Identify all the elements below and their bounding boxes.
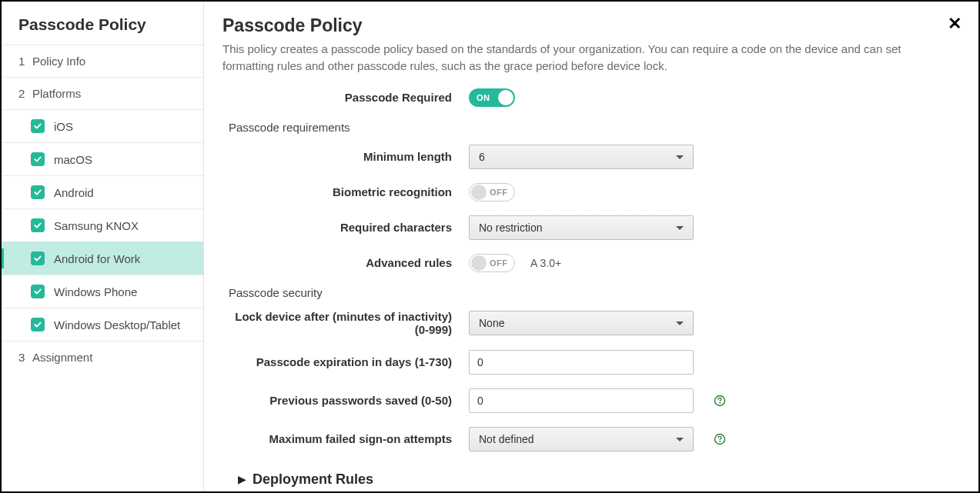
row-advanced: Advanced rules OFF A 3.0+: [222, 254, 960, 272]
toggle-passcode-required[interactable]: ON: [469, 88, 515, 107]
form: Passcode Required ON Passcode requiremen…: [222, 88, 960, 451]
select-value: No restriction: [479, 222, 542, 234]
platform-samsung-knox[interactable]: Samsung KNOX: [2, 208, 203, 242]
toggle-knob: [471, 255, 487, 271]
row-expiration: Passcode expiration in days (1-730): [222, 350, 960, 375]
platform-android-for-work[interactable]: Android for Work: [2, 242, 203, 275]
platform-label: Windows Phone: [54, 285, 137, 298]
step-number: 1: [18, 55, 32, 68]
check-icon: [31, 318, 45, 331]
svg-point-1: [719, 402, 721, 404]
label-required-chars: Required characters: [222, 221, 469, 234]
row-required-chars: Required characters No restriction: [222, 215, 960, 240]
label-advanced: Advanced rules: [222, 256, 469, 269]
step-policy-info[interactable]: 1 Policy Info: [2, 45, 203, 77]
label-min-length: Minimum length: [222, 150, 469, 163]
step-label: Platforms: [32, 87, 81, 100]
step-platforms[interactable]: 2 Platforms: [2, 77, 203, 109]
sidebar-title: Passcode Policy: [2, 2, 203, 45]
select-value: 6: [479, 151, 485, 163]
close-button[interactable]: ✕: [948, 14, 962, 34]
row-biometric: Biometric recognition OFF: [222, 183, 960, 202]
label-previous-saved: Previous passwords saved (0-50): [222, 394, 469, 407]
toggle-knob: [498, 90, 513, 105]
toggle-advanced[interactable]: OFF: [469, 254, 515, 272]
check-icon: [31, 185, 45, 199]
step-number: 3: [18, 351, 32, 364]
platform-ios[interactable]: iOS: [2, 109, 203, 142]
platform-macos[interactable]: macOS: [2, 142, 203, 175]
platform-label: Android: [54, 186, 94, 199]
sidebar: Passcode Policy 1 Policy Info 2 Platform…: [2, 2, 204, 491]
row-previous-saved: Previous passwords saved (0-50): [222, 388, 960, 413]
label-lock-after: Lock device after (minutes of inactivity…: [222, 310, 469, 336]
toggle-biometric[interactable]: OFF: [469, 183, 515, 202]
platform-label: Samsung KNOX: [54, 219, 139, 232]
check-icon: [31, 285, 45, 298]
help-icon[interactable]: [714, 433, 726, 445]
platform-label: iOS: [54, 120, 73, 133]
platform-windows-desktop-tablet[interactable]: Windows Desktop/Tablet: [2, 308, 203, 341]
hint-advanced: A 3.0+: [530, 257, 561, 269]
select-value: Not defined: [479, 433, 534, 445]
check-icon: [31, 152, 45, 166]
toggle-state-label: ON: [477, 93, 490, 102]
label-expiration: Passcode expiration in days (1-730): [222, 355, 469, 368]
input-previous-saved[interactable]: [469, 388, 694, 413]
step-label: Policy Info: [32, 55, 85, 68]
row-passcode-required: Passcode Required ON: [222, 88, 960, 107]
policy-editor: Passcode Policy 1 Policy Info 2 Platform…: [0, 0, 980, 493]
step-number: 2: [18, 87, 32, 100]
step-assignment[interactable]: 3 Assignment: [2, 341, 203, 373]
row-lock-after: Lock device after (minutes of inactivity…: [222, 310, 960, 336]
platform-label: macOS: [54, 153, 92, 166]
platform-label: Android for Work: [54, 252, 140, 265]
select-value: None: [479, 317, 504, 329]
select-max-failed[interactable]: Not defined: [469, 427, 694, 451]
section-passcode-security: Passcode security: [229, 286, 960, 299]
main-panel: ✕ Passcode Policy This policy creates a …: [204, 2, 978, 491]
select-required-chars[interactable]: No restriction: [469, 215, 694, 240]
deployment-rules-title: Deployment Rules: [253, 471, 373, 488]
toggle-state-label: OFF: [490, 258, 508, 268]
label-max-failed: Maximum failed sign-on attempts: [222, 432, 469, 445]
label-passcode-required: Passcode Required: [222, 91, 469, 104]
caret-right-icon: ▶: [238, 473, 246, 485]
deployment-rules-header[interactable]: ▶ Deployment Rules: [222, 471, 960, 488]
label-biometric: Biometric recognition: [222, 185, 469, 198]
check-icon: [31, 251, 45, 265]
check-icon: [31, 218, 45, 232]
platform-label: Windows Desktop/Tablet: [54, 318, 180, 331]
check-icon: [31, 119, 45, 133]
platform-android[interactable]: Android: [2, 175, 203, 208]
svg-point-3: [719, 441, 721, 442]
step-label: Assignment: [32, 351, 92, 364]
select-lock-after[interactable]: None: [469, 311, 694, 335]
section-passcode-requirements: Passcode requirements: [229, 121, 960, 134]
platform-windows-phone[interactable]: Windows Phone: [2, 275, 203, 308]
input-expiration[interactable]: [469, 350, 694, 375]
toggle-state-label: OFF: [490, 188, 508, 197]
page-title: Passcode Policy: [222, 15, 960, 36]
select-min-length[interactable]: 6: [469, 145, 694, 169]
row-min-length: Minimum length 6: [222, 145, 960, 169]
page-description: This policy creates a passcode policy ba…: [222, 41, 931, 75]
toggle-knob: [471, 185, 487, 200]
help-icon[interactable]: [714, 395, 726, 407]
row-max-failed: Maximum failed sign-on attempts Not defi…: [222, 427, 960, 451]
